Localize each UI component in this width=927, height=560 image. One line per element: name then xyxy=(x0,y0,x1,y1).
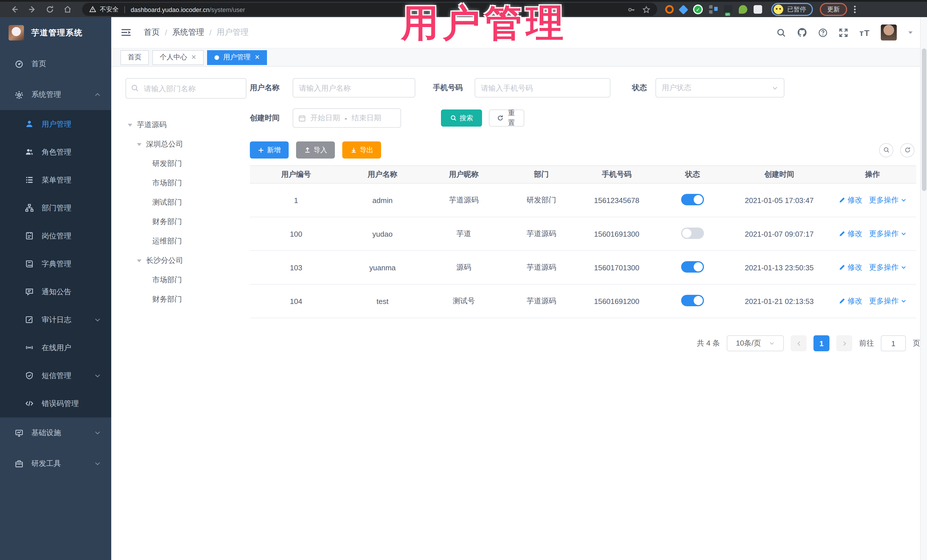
sidebar-item-menu-management[interactable]: 菜单管理 xyxy=(0,166,111,194)
extension-green-check-icon[interactable]: ✓ xyxy=(693,5,703,14)
breadcrumb-system[interactable]: 系统管理 xyxy=(172,27,204,38)
tree-node[interactable]: 运维部门 xyxy=(126,232,246,251)
extension-app-grid-icon[interactable] xyxy=(709,5,718,14)
col-mobile: 手机号码 xyxy=(578,165,655,183)
goto-page-input[interactable] xyxy=(881,335,906,351)
refresh-icon[interactable] xyxy=(46,5,54,14)
sidebar-item-sms-management[interactable]: 短信管理 xyxy=(0,361,111,390)
status-toggle[interactable] xyxy=(681,294,704,306)
page-scrollbar[interactable] xyxy=(920,17,927,560)
bookmark-star-icon[interactable] xyxy=(642,5,650,14)
browser-menu-icon[interactable] xyxy=(854,6,856,13)
user-avatar[interactable] xyxy=(881,24,897,41)
sidebar-item-notice[interactable]: 通知公告 xyxy=(0,278,111,306)
more-actions-link[interactable]: 更多操作 xyxy=(869,195,899,205)
sms-shield-icon xyxy=(25,371,33,380)
tree-node[interactable]: 财务部门 xyxy=(126,290,246,309)
tree-node[interactable]: 市场部门 xyxy=(126,270,246,290)
font-size-icon[interactable]: ᴛT xyxy=(859,28,870,37)
scrollbar-thumb[interactable] xyxy=(922,49,926,191)
status-select[interactable]: 用户状态 xyxy=(655,78,784,97)
tree-node[interactable]: 长沙分公司 xyxy=(126,251,246,270)
sidebar-item-system[interactable]: 系统管理 xyxy=(0,79,111,110)
address-bar[interactable]: 不安全 dashboard.yudao.iocoder.cn/system/us… xyxy=(82,3,657,16)
search-button[interactable]: 搜索 xyxy=(441,109,482,127)
status-toggle[interactable] xyxy=(681,261,704,272)
caret-down-icon[interactable] xyxy=(137,143,141,146)
key-icon[interactable] xyxy=(628,5,635,14)
col-username: 用户名称 xyxy=(342,165,423,183)
tab-profile[interactable]: 个人中心 ✕ xyxy=(152,50,204,65)
tab-home[interactable]: 首页 xyxy=(120,50,149,65)
sidebar-item-user-management[interactable]: 用户管理 xyxy=(0,110,111,138)
dept-search-input[interactable] xyxy=(126,78,246,99)
sidebar-item-role-management[interactable]: 角色管理 xyxy=(0,138,111,166)
edit-link[interactable]: 修改 xyxy=(847,229,862,239)
github-icon[interactable] xyxy=(797,27,807,38)
browser-profile-chip[interactable]: 已暂停 xyxy=(771,3,813,16)
import-button[interactable]: 导入 xyxy=(296,141,335,159)
tree-node[interactable]: 市场部门 xyxy=(126,173,246,193)
mobile-input[interactable] xyxy=(475,78,610,97)
avatar-caret-icon[interactable] xyxy=(907,30,913,35)
page-number-1[interactable]: 1 xyxy=(813,335,830,351)
caret-down-icon[interactable] xyxy=(128,123,132,126)
sidebar-item-dict-management[interactable]: 字典管理 xyxy=(0,250,111,278)
sidebar-fold-icon[interactable] xyxy=(121,27,131,38)
tree-node[interactable]: 深圳总公司 xyxy=(126,135,246,154)
more-actions-link[interactable]: 更多操作 xyxy=(869,229,899,239)
tree-node[interactable]: 研发部门 xyxy=(126,154,246,173)
edit-link[interactable]: 修改 xyxy=(847,262,862,273)
reset-button[interactable]: 重置 xyxy=(489,109,524,127)
edit-link[interactable]: 修改 xyxy=(847,195,862,205)
status-toggle[interactable] xyxy=(681,194,704,205)
back-icon[interactable] xyxy=(10,5,19,14)
help-icon[interactable] xyxy=(818,28,828,37)
date-range-input[interactable]: 开始日期 - 结束日期 xyxy=(293,108,401,128)
cell-dept: 芋道源码 xyxy=(505,217,578,250)
forward-icon[interactable] xyxy=(28,5,36,14)
app-logo[interactable]: 芋道管理系统 xyxy=(0,17,111,49)
add-button[interactable]: 新增 xyxy=(250,141,289,159)
export-button[interactable]: 导出 xyxy=(342,141,381,159)
page-unit-label: 页 xyxy=(913,338,920,348)
extension-blue-gem-icon[interactable] xyxy=(679,5,688,14)
refresh-table-button[interactable] xyxy=(900,143,915,157)
browser-update-button[interactable]: 更新 xyxy=(820,3,847,16)
sidebar-item-online-users[interactable]: 在线用户 xyxy=(0,334,111,361)
sidebar-item-post-management[interactable]: 岗位管理 xyxy=(0,222,111,250)
breadcrumb-home[interactable]: 首页 xyxy=(144,27,160,38)
tab-user-management[interactable]: 用户管理 ✕ xyxy=(207,50,267,65)
home-icon[interactable] xyxy=(63,5,72,14)
chevron-down-icon xyxy=(94,372,101,379)
caret-down-icon[interactable] xyxy=(137,259,141,262)
sidebar-item-home[interactable]: 首页 xyxy=(0,49,111,79)
tree-node[interactable]: 测试部门 xyxy=(126,193,246,212)
sidebar-item-audit-log[interactable]: 审计日志 xyxy=(0,306,111,334)
tree-node[interactable]: 财务部门 xyxy=(126,212,246,232)
header-search-icon[interactable] xyxy=(777,28,786,37)
username-input[interactable] xyxy=(293,78,415,97)
fullscreen-icon[interactable] xyxy=(839,28,849,37)
extension-orange-ring-icon[interactable] xyxy=(665,5,674,14)
sidebar-item-error-code[interactable]: 错误码管理 xyxy=(0,390,111,417)
hide-search-button[interactable] xyxy=(879,143,894,157)
more-actions-link[interactable]: 更多操作 xyxy=(869,296,899,306)
prev-page-button[interactable] xyxy=(791,335,807,351)
sidebar-item-dev-tools[interactable]: 研发工具 xyxy=(0,448,111,479)
status-toggle[interactable] xyxy=(681,227,704,239)
sidebar-item-dept-management[interactable]: 部门管理 xyxy=(0,194,111,222)
extension-green-plant-icon[interactable] xyxy=(739,5,747,14)
close-icon[interactable]: ✕ xyxy=(191,54,196,61)
reset-button-label: 重置 xyxy=(506,108,516,128)
more-actions-link[interactable]: 更多操作 xyxy=(869,262,899,273)
extension-recorder-on-icon[interactable] xyxy=(724,5,732,14)
tree-node[interactable]: 芋道源码 xyxy=(126,115,246,135)
page-size-select[interactable]: 10条/页 xyxy=(727,335,784,351)
extensions-puzzle-icon[interactable] xyxy=(754,5,762,14)
close-icon[interactable]: ✕ xyxy=(254,54,260,61)
next-page-button[interactable] xyxy=(836,335,852,351)
chevron-down-icon xyxy=(901,265,907,270)
sidebar-item-infrastructure[interactable]: 基础设施 xyxy=(0,417,111,448)
edit-link[interactable]: 修改 xyxy=(847,296,862,306)
